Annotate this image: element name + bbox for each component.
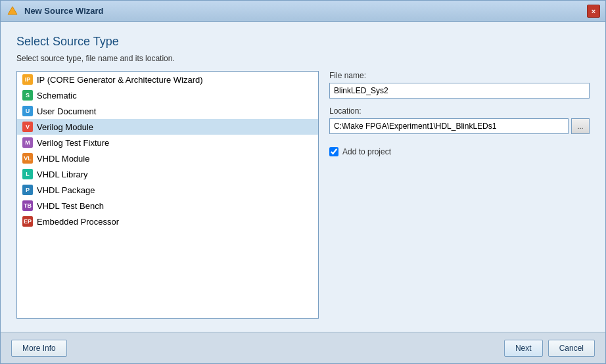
cancel-button[interactable]: Cancel xyxy=(548,340,595,357)
list-item-icon: V xyxy=(22,122,33,132)
source-type-list[interactable]: IPIP (CORE Generator & Architecture Wiza… xyxy=(16,71,319,319)
list-item-icon: U xyxy=(22,106,33,116)
list-item[interactable]: TBVHDL Test Bench xyxy=(17,198,318,214)
list-item-label: Verilog Test Fixture xyxy=(37,138,109,148)
footer: More Info Next Cancel xyxy=(1,332,605,363)
filename-input[interactable] xyxy=(329,83,590,99)
window-title: New Source Wizard xyxy=(24,6,587,16)
filename-group: File name: xyxy=(329,71,590,99)
list-item-label: IP (CORE Generator & Architecture Wizard… xyxy=(37,75,203,85)
app-icon xyxy=(6,5,19,18)
location-label: Location: xyxy=(329,106,590,116)
close-button[interactable]: × xyxy=(587,5,600,18)
list-item-icon: P xyxy=(22,185,33,195)
footer-left: More Info xyxy=(11,340,67,357)
list-item[interactable]: MVerilog Test Fixture xyxy=(17,135,318,150)
right-panel: File name: Location: ... Add to project xyxy=(329,71,590,319)
footer-right: Next Cancel xyxy=(504,340,595,357)
main-area: IPIP (CORE Generator & Architecture Wiza… xyxy=(16,71,590,319)
add-to-project-row: Add to project xyxy=(329,147,590,156)
add-to-project-label: Add to project xyxy=(342,147,391,156)
list-item[interactable]: EPEmbedded Processor xyxy=(17,214,318,229)
list-item[interactable]: LVHDL Library xyxy=(17,166,318,182)
title-bar: New Source Wizard × xyxy=(1,1,605,22)
location-row: ... xyxy=(329,118,590,134)
location-input[interactable] xyxy=(329,118,569,134)
list-item-label: Schematic xyxy=(37,91,77,101)
list-item-icon: EP xyxy=(22,216,33,227)
more-info-button[interactable]: More Info xyxy=(11,340,67,357)
location-group: Location: ... xyxy=(329,106,590,134)
list-item[interactable]: VVerilog Module xyxy=(17,119,318,135)
list-item-label: VHDL Test Bench xyxy=(37,201,104,211)
next-button[interactable]: Next xyxy=(504,340,543,357)
list-item-icon: L xyxy=(22,169,33,179)
list-item-icon: VL xyxy=(22,153,33,164)
content-area: Select Source Type Select source type, f… xyxy=(1,22,605,332)
list-item-icon: IP xyxy=(22,74,33,85)
list-item[interactable]: VLVHDL Module xyxy=(17,150,318,166)
list-item-label: VHDL Library xyxy=(37,170,88,179)
list-item-label: Verilog Module xyxy=(37,122,93,132)
main-window: New Source Wizard × Select Source Type S… xyxy=(0,0,606,364)
list-item-icon: S xyxy=(22,90,33,101)
list-item[interactable]: UUser Document xyxy=(17,103,318,119)
list-item-label: VHDL Package xyxy=(37,185,95,195)
page-title: Select Source Type xyxy=(16,35,590,49)
page-subtitle: Select source type, file name and its lo… xyxy=(16,54,590,63)
filename-label: File name: xyxy=(329,71,590,80)
list-item[interactable]: IPIP (CORE Generator & Architecture Wiza… xyxy=(17,72,318,87)
list-item-label: VHDL Module xyxy=(37,154,89,164)
svg-marker-0 xyxy=(8,7,17,14)
list-item-label: Embedded Processor xyxy=(37,217,119,227)
list-item-icon: TB xyxy=(22,200,33,211)
list-item-icon: M xyxy=(22,137,33,148)
browse-button[interactable]: ... xyxy=(571,118,590,134)
list-item[interactable]: SSchematic xyxy=(17,87,318,103)
list-item-label: User Document xyxy=(37,106,96,116)
form-section: File name: Location: ... Add to project xyxy=(329,71,590,156)
add-to-project-checkbox[interactable] xyxy=(329,147,338,156)
list-item[interactable]: PVHDL Package xyxy=(17,182,318,198)
